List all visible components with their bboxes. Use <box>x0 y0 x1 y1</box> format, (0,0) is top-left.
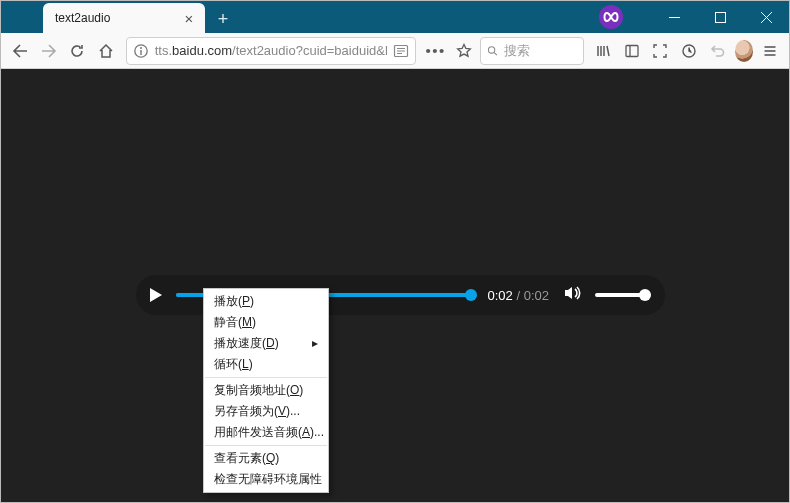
svg-rect-1 <box>715 12 725 22</box>
volume-slider[interactable] <box>595 293 647 297</box>
reader-mode-icon[interactable] <box>393 43 409 59</box>
svg-point-5 <box>140 47 142 49</box>
svg-line-12 <box>494 52 497 55</box>
search-input[interactable] <box>504 43 577 58</box>
back-button[interactable] <box>7 36 33 66</box>
window-titlebar: text2audio × + <box>1 1 789 33</box>
home-button[interactable] <box>93 36 119 66</box>
sidebar-button[interactable] <box>619 36 645 66</box>
search-icon <box>487 44 498 58</box>
context-menu-item[interactable]: 检查无障碍环境属性 <box>204 469 328 490</box>
undo-button[interactable] <box>705 36 731 66</box>
context-menu-item[interactable]: 播放(P) <box>204 291 328 312</box>
window-maximize-button[interactable] <box>697 1 743 33</box>
context-menu-item[interactable]: 复制音频地址(O) <box>204 380 328 401</box>
context-menu-item[interactable]: 播放速度(D) ▸ <box>204 333 328 354</box>
context-menu-item[interactable]: 查看元素(Q) <box>204 448 328 469</box>
context-menu-item[interactable]: 静音(M) <box>204 312 328 333</box>
volume-icon[interactable] <box>563 284 581 306</box>
infinity-icon[interactable] <box>599 5 623 29</box>
play-button[interactable] <box>150 288 162 302</box>
profile-avatar[interactable] <box>735 40 754 62</box>
url-text: tts.baidu.com/text2audio?cuid=baiduid&la… <box>155 43 387 58</box>
context-menu-item[interactable]: 另存音频为(V)... <box>204 401 328 422</box>
window-close-button[interactable] <box>743 1 789 33</box>
volume-thumb[interactable] <box>639 289 651 301</box>
library-button[interactable] <box>590 36 616 66</box>
screenshot-button[interactable] <box>648 36 674 66</box>
window-minimize-button[interactable] <box>651 1 697 33</box>
svg-rect-6 <box>140 50 141 55</box>
bookmark-star-button[interactable] <box>451 36 477 66</box>
site-info-icon[interactable] <box>133 43 149 59</box>
browser-toolbar: tts.baidu.com/text2audio?cuid=baiduid&la… <box>1 33 789 69</box>
reload-button[interactable] <box>64 36 90 66</box>
context-menu-item[interactable]: 循环(L) <box>204 354 328 375</box>
time-display: 0:02 / 0:02 <box>488 288 549 303</box>
page-actions-button[interactable]: ••• <box>423 36 449 66</box>
forward-button[interactable] <box>36 36 62 66</box>
app-menu-button[interactable] <box>757 36 783 66</box>
page-content: 0:02 / 0:02 播放(P)静音(M)播放速度(D) ▸循环(L)复制音频… <box>1 69 789 502</box>
history-button[interactable] <box>676 36 702 66</box>
new-tab-button[interactable]: + <box>209 5 237 33</box>
context-menu-item[interactable]: 用邮件发送音频(A)... <box>204 422 328 443</box>
search-bar[interactable] <box>480 37 584 65</box>
browser-tab[interactable]: text2audio × <box>43 3 205 33</box>
progress-thumb[interactable] <box>465 289 477 301</box>
svg-point-11 <box>489 46 495 52</box>
tab-close-button[interactable]: × <box>181 10 197 26</box>
context-menu: 播放(P)静音(M)播放速度(D) ▸循环(L)复制音频地址(O)另存音频为(V… <box>203 288 329 493</box>
svg-rect-13 <box>626 45 638 56</box>
context-menu-separator <box>205 445 327 446</box>
context-menu-separator <box>205 377 327 378</box>
tab-title: text2audio <box>55 11 181 25</box>
url-bar[interactable]: tts.baidu.com/text2audio?cuid=baiduid&la… <box>126 37 416 65</box>
